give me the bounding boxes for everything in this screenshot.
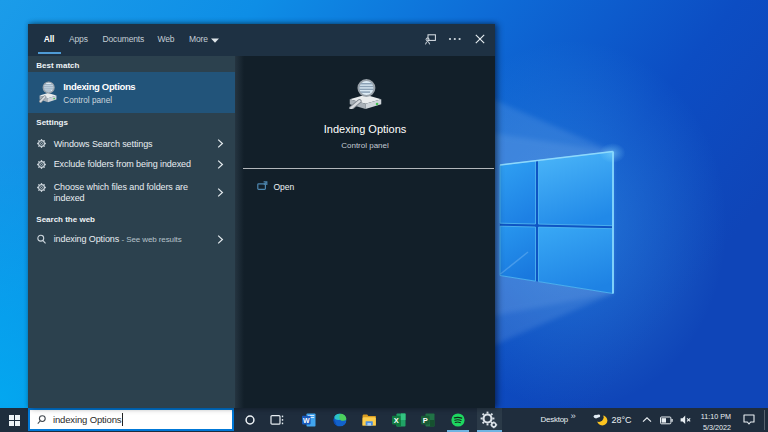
- svg-text:X: X: [394, 416, 399, 425]
- svg-text:W: W: [303, 417, 310, 424]
- svg-text:P: P: [422, 416, 427, 425]
